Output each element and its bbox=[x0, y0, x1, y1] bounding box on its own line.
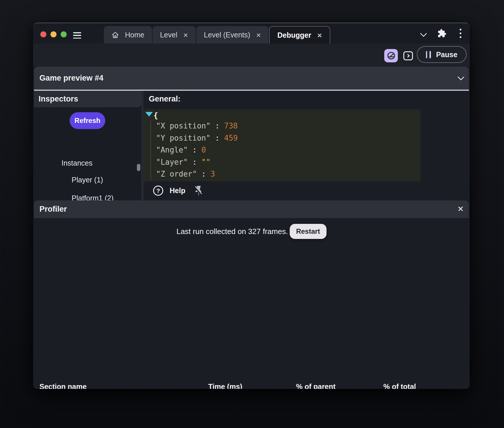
tab-label: Home bbox=[125, 31, 144, 39]
close-window-button[interactable] bbox=[40, 31, 46, 37]
json-property-y-position[interactable]: "Y position" : 459 bbox=[156, 133, 238, 143]
console-button[interactable] bbox=[403, 51, 413, 60]
tab-label: Level (Events) bbox=[204, 31, 250, 39]
extensions-puzzle-icon[interactable] bbox=[433, 26, 451, 41]
tabbar-right-actions bbox=[414, 23, 470, 43]
inspectors-scrollbar-thumb[interactable] bbox=[137, 164, 140, 171]
help-icon[interactable]: ? bbox=[153, 186, 163, 196]
minimize-window-button[interactable] bbox=[50, 31, 57, 37]
profiler-title: Profiler bbox=[39, 200, 67, 218]
collapse-chevron-icon[interactable] bbox=[457, 73, 464, 80]
profiler-header: Profiler ✕ bbox=[34, 200, 469, 218]
zoom-window-button[interactable] bbox=[61, 31, 67, 37]
json-property-angle[interactable]: "Angle" : 0 bbox=[156, 145, 206, 155]
expand-triangle-icon[interactable] bbox=[145, 112, 153, 117]
general-section-title: General: bbox=[149, 91, 181, 107]
indent-guide-line bbox=[151, 121, 151, 180]
pause-label: Pause bbox=[436, 50, 458, 59]
column-percent-total: % of total bbox=[383, 382, 416, 389]
window-controls bbox=[40, 31, 67, 37]
refresh-button[interactable]: Refresh bbox=[70, 112, 105, 129]
kebab-menu-icon[interactable] bbox=[451, 26, 470, 41]
close-tab-icon[interactable]: ✕ bbox=[256, 32, 261, 38]
profiler-toggle-button[interactable] bbox=[384, 49, 398, 62]
json-property-z-order[interactable]: "Z order" : 3 bbox=[156, 169, 215, 179]
restart-button[interactable]: Restart bbox=[290, 224, 327, 239]
pause-button[interactable]: Pause bbox=[417, 46, 467, 63]
close-tab-icon[interactable]: ✕ bbox=[317, 32, 322, 39]
debugger-panel: Game preview #4 Inspectors Refresh Insta… bbox=[34, 67, 469, 389]
home-icon bbox=[111, 31, 119, 39]
game-preview-title: Game preview #4 bbox=[39, 67, 104, 90]
debugger-toolbar: Pause bbox=[33, 43, 470, 67]
profiler-status-text: Last run collected on 327 frames. bbox=[176, 227, 288, 236]
unpin-icon[interactable] bbox=[193, 184, 204, 197]
tab-level-events-[interactable]: Level (Events)✕ bbox=[196, 26, 269, 43]
inspectors-panel: Inspectors Refresh InstancesPlayer (1)Pl… bbox=[34, 91, 141, 200]
hamburger-menu-icon[interactable] bbox=[73, 32, 81, 39]
panel-divider bbox=[141, 91, 144, 200]
column-time: Time (ms) bbox=[208, 382, 242, 389]
profiler-section: Profiler ✕ Last run collected on 327 fra… bbox=[34, 200, 469, 389]
chevron-down-icon[interactable] bbox=[414, 26, 433, 41]
tab-label: Debugger bbox=[277, 31, 311, 39]
tab-home[interactable]: Home bbox=[104, 26, 152, 43]
tab-bar: HomeLevel✕Level (Events)✕Debugger✕ bbox=[33, 23, 470, 43]
close-profiler-icon[interactable]: ✕ bbox=[457, 204, 464, 214]
tab-level[interactable]: Level✕ bbox=[153, 26, 196, 43]
help-button[interactable]: Help bbox=[170, 186, 185, 195]
chevron-right-icon bbox=[406, 54, 410, 58]
tab-debugger[interactable]: Debugger✕ bbox=[269, 26, 330, 43]
column-section-name: Section name bbox=[39, 382, 87, 389]
column-percent-parent: % of parent bbox=[296, 382, 336, 389]
puzzle-piece-icon bbox=[437, 29, 447, 38]
pause-icon bbox=[426, 51, 431, 58]
game-preview-header[interactable]: Game preview #4 bbox=[34, 67, 469, 90]
tab-label: Level bbox=[160, 31, 177, 39]
profiler-status-row: Last run collected on 327 frames. Restar… bbox=[34, 224, 469, 239]
close-tab-icon[interactable]: ✕ bbox=[183, 32, 188, 38]
inspector-item-instances[interactable]: Instances bbox=[34, 157, 141, 169]
tab-strip: HomeLevel✕Level (Events)✕Debugger✕ bbox=[104, 26, 330, 43]
inspectors-title: Inspectors bbox=[34, 91, 141, 107]
app-window: HomeLevel✕Level (Events)✕Debugger✕ bbox=[33, 23, 470, 389]
inspector-item-player-1-[interactable]: Player (1) bbox=[34, 174, 141, 186]
json-property-x-position[interactable]: "X position" : 738 bbox=[156, 121, 238, 130]
json-property-layer[interactable]: "Layer" : "" bbox=[156, 157, 211, 167]
json-property-viewer: { "X position" : 738"Y position" : 459"A… bbox=[144, 109, 420, 181]
json-open-brace: { bbox=[153, 111, 158, 120]
gauge-icon bbox=[387, 51, 396, 60]
